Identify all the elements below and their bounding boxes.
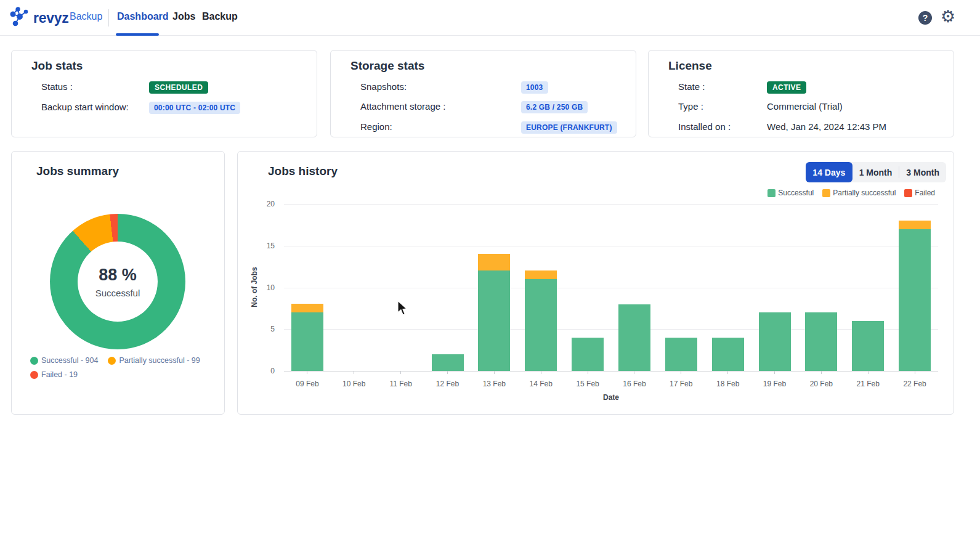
bar-segment xyxy=(291,304,323,312)
x-tick-label: 11 Feb xyxy=(379,380,423,388)
bar-segment xyxy=(759,312,791,371)
gear-icon[interactable]: ⚙ xyxy=(941,8,955,25)
x-tick-label: 12 Feb xyxy=(426,380,470,388)
range-toggle-group: 14 Days 1 Month 3 Month xyxy=(806,162,946,182)
job-stats-card: Job stats Status : SCHEDULED Backup star… xyxy=(11,50,317,137)
active-tab-indicator xyxy=(116,33,159,36)
x-tick-label: 21 Feb xyxy=(846,380,890,388)
x-tick-mark xyxy=(494,371,495,374)
bar-segment xyxy=(665,338,697,371)
license-type-label: Type : xyxy=(678,101,703,112)
bar-legend-label: Successful xyxy=(778,189,814,197)
gridline xyxy=(284,204,938,205)
x-tick-label: 15 Feb xyxy=(565,380,610,388)
bar-segment xyxy=(899,221,931,229)
x-tick-label: 18 Feb xyxy=(706,380,750,388)
snapshots-value: 1003 xyxy=(521,81,548,94)
bar-segment xyxy=(478,270,510,371)
brand-name: revyz xyxy=(33,10,68,26)
donut-center-label: Successful xyxy=(95,288,140,298)
bar-segment xyxy=(525,270,557,279)
x-tick-label: 17 Feb xyxy=(659,380,703,388)
x-tick-mark xyxy=(681,371,681,374)
x-tick-mark xyxy=(727,371,728,374)
jobs-summary-title: Jobs summary xyxy=(36,165,119,178)
x-tick-mark xyxy=(821,371,822,374)
x-tick-mark xyxy=(634,371,634,374)
help-icon[interactable]: ? xyxy=(918,11,932,25)
donut-legend-label: Successful - 904 xyxy=(41,356,98,365)
tab-dashboard[interactable]: Dashboard xyxy=(117,11,169,22)
y-tick-label: 15 xyxy=(238,242,275,250)
region-value: EUROPE (FRANKFURT) xyxy=(521,121,617,134)
jobs-history-title: Jobs history xyxy=(268,165,338,178)
donut-legend-item[interactable]: Successful - 904 xyxy=(30,356,98,365)
x-tick-mark xyxy=(400,371,401,374)
top-nav: revyz Backup Dashboard Jobs Backup ? ⚙ xyxy=(0,0,980,36)
legend-dot-icon xyxy=(30,371,38,379)
bar-segment xyxy=(899,229,931,371)
legend-dot-icon xyxy=(30,357,38,365)
status-label: Status : xyxy=(41,81,73,92)
gridline xyxy=(284,288,938,288)
x-tick-label: 19 Feb xyxy=(753,380,797,388)
region-label: Region: xyxy=(360,121,392,132)
x-tick-mark xyxy=(588,371,588,374)
backup-window-label: Backup start window: xyxy=(41,102,129,112)
bar-legend-item[interactable]: Failed xyxy=(904,189,935,197)
donut-center: 88 % Successful xyxy=(78,242,158,322)
mouse-cursor xyxy=(396,300,408,319)
donut-legend-item[interactable]: Failed - 19 xyxy=(30,370,78,379)
storage-stats-title: Storage stats xyxy=(350,59,424,73)
x-tick-mark xyxy=(541,371,541,374)
dashboard-screen: revyz Backup Dashboard Jobs Backup ? ⚙ J… xyxy=(0,0,980,557)
license-title: License xyxy=(668,59,712,73)
x-tick-mark xyxy=(774,371,775,374)
legend-dot-icon xyxy=(108,357,116,365)
bar-segment xyxy=(478,254,510,270)
license-state-badge: ACTIVE xyxy=(767,81,806,94)
bar-segment xyxy=(572,338,604,371)
job-stats-title: Job stats xyxy=(31,59,83,73)
x-tick-label: 22 Feb xyxy=(893,380,937,388)
x-tick-label: 14 Feb xyxy=(519,380,563,388)
y-tick-label: 0 xyxy=(238,367,275,375)
tab-backup[interactable]: Backup xyxy=(202,11,238,22)
snapshots-label: Snapshots: xyxy=(360,81,407,92)
x-tick-mark xyxy=(307,371,307,374)
bar-segment xyxy=(525,279,557,371)
license-type-value: Commercial (Trial) xyxy=(767,101,843,112)
license-card: License State : ACTIVE Type : Commercial… xyxy=(648,50,954,137)
donut-legend-label: Partially successful - 99 xyxy=(119,356,200,365)
nav-link-backup[interactable]: Backup xyxy=(70,11,102,22)
legend-swatch-icon xyxy=(767,189,775,197)
range-button-1-month[interactable]: 1 Month xyxy=(852,162,899,182)
donut-legend-label: Failed - 19 xyxy=(41,370,78,379)
gridline xyxy=(284,246,938,246)
status-badge: SCHEDULED xyxy=(149,81,208,94)
bar-segment xyxy=(852,321,884,371)
x-tick-label: 16 Feb xyxy=(612,380,657,388)
x-tick-mark xyxy=(915,371,915,374)
range-button-14-days[interactable]: 14 Days xyxy=(806,162,852,182)
donut-percentage: 88 % xyxy=(99,266,137,285)
gridline xyxy=(284,329,938,330)
tab-jobs[interactable]: Jobs xyxy=(172,11,195,22)
donut-legend-item[interactable]: Partially successful - 99 xyxy=(108,356,200,365)
installed-on-label: Installed on : xyxy=(678,121,731,132)
y-tick-label: 5 xyxy=(238,325,275,333)
bar-chart-legend: SuccessfulPartially successfulFailed xyxy=(767,189,935,197)
range-button-3-month[interactable]: 3 Month xyxy=(899,162,946,182)
bar-legend-item[interactable]: Successful xyxy=(767,189,814,197)
storage-stats-card: Storage stats Snapshots: 1003 Attachment… xyxy=(330,50,636,137)
jobs-summary-donut-chart: 88 % Successful xyxy=(50,214,185,349)
attachment-storage-label: Attachment storage : xyxy=(360,101,445,112)
x-tick-label: 20 Feb xyxy=(799,380,843,388)
backup-window-value: 00:00 UTC - 02:00 UTC xyxy=(149,102,240,114)
bar-legend-item[interactable]: Partially successful xyxy=(822,189,896,197)
brand-logo[interactable]: revyz xyxy=(9,6,68,30)
attachment-storage-value: 6.2 GB / 250 GB xyxy=(521,101,588,113)
bar-segment xyxy=(712,338,744,371)
jobs-summary-card: Jobs summary 88 % Successful Successful … xyxy=(11,151,225,415)
y-tick-label: 10 xyxy=(238,283,275,292)
